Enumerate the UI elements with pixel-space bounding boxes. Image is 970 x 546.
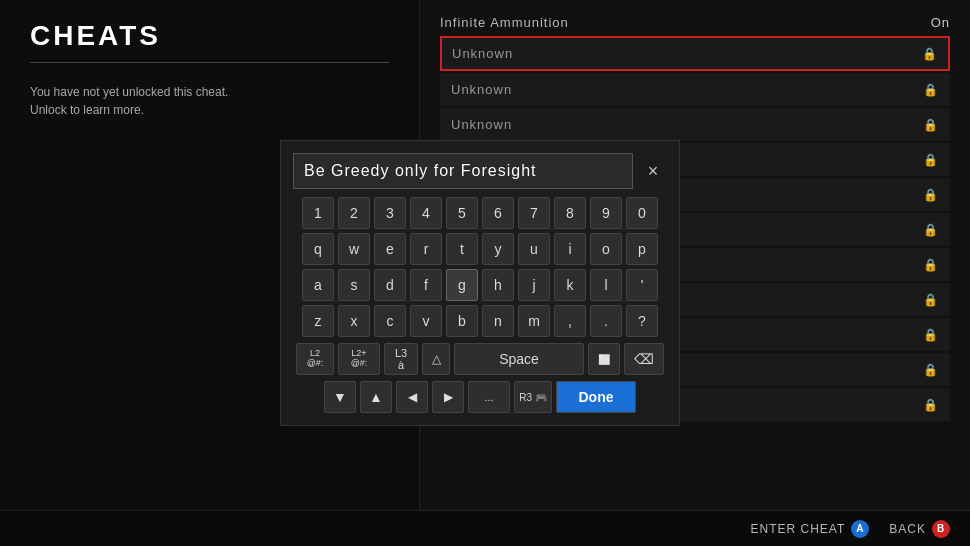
back-label: Back [889,522,926,536]
lock-icon-1: 🔒 [923,83,939,97]
key-r3[interactable]: R3 🎮 [514,381,552,413]
unlock-message: You have not yet unlocked this cheat. Un… [30,83,389,119]
key-d[interactable]: d [374,269,406,301]
lock-icon-6: 🔒 [923,258,939,272]
key-7[interactable]: 7 [518,197,550,229]
key-6[interactable]: 6 [482,197,514,229]
back-btn-icon: B [932,520,950,538]
key-z[interactable]: z [302,305,334,337]
key-i[interactable]: i [554,233,586,265]
cheat-status-badge: On [931,15,950,30]
backspace-key[interactable]: ⌫ [624,343,664,375]
key-f[interactable]: f [410,269,442,301]
lock-icon-4: 🔒 [923,188,939,202]
cheat-header: Infinite Ammunition On [440,15,950,30]
key-a[interactable]: a [302,269,334,301]
key-m[interactable]: m [518,305,550,337]
key-c[interactable]: c [374,305,406,337]
key-u[interactable]: u [518,233,550,265]
lock-icon-5: 🔒 [923,223,939,237]
cheat-item-0[interactable]: Unknown 🔒 [440,36,950,71]
lock-icon-8: 🔒 [923,328,939,342]
key-down-arrow[interactable]: ▼ [324,381,356,413]
space-key[interactable]: Space [454,343,584,375]
keyboard-row-z: z x c v b n m , . ? [293,305,667,337]
key-1[interactable]: 1 [302,197,334,229]
key-v[interactable]: v [410,305,442,337]
cheat-item-1[interactable]: Unknown 🔒 [440,73,950,106]
key-9[interactable]: 9 [590,197,622,229]
key-l3-accent[interactable]: L3à [384,343,418,375]
key-l2-sym[interactable]: L2@#: [296,343,334,375]
keyboard-row-a: a s d f g h j k l ' [293,269,667,301]
keyboard-row-nav: ▼ ▲ ◀ ▶ ... R3 🎮 Done [293,381,667,413]
lock-icon-3: 🔒 [923,153,939,167]
key-e[interactable]: e [374,233,406,265]
done-button[interactable]: Done [556,381,636,413]
keyboard-close-button[interactable]: × [639,157,667,185]
key-q[interactable]: q [302,233,334,265]
enter-cheat-btn-icon: A [851,520,869,538]
keyboard-overlay: × 1 2 3 4 5 6 7 8 9 0 q w e r t y u i o … [280,140,680,426]
enter-cheat-label: Enter Cheat [751,522,846,536]
key-p[interactable]: p [626,233,658,265]
bottom-bar: Enter Cheat A Back B [0,510,970,546]
key-0[interactable]: 0 [626,197,658,229]
keyboard-rows: 1 2 3 4 5 6 7 8 9 0 q w e r t y u i o p … [293,197,667,413]
key-b[interactable]: b [446,305,478,337]
key-s[interactable]: s [338,269,370,301]
key-apostrophe[interactable]: ' [626,269,658,301]
key-k[interactable]: k [554,269,586,301]
key-l1-back[interactable]: ◀ [396,381,428,413]
key-2[interactable]: 2 [338,197,370,229]
key-r[interactable]: r [410,233,442,265]
cheat-text-input[interactable] [293,153,633,189]
key-dots[interactable]: ... [468,381,510,413]
key-l[interactable]: l [590,269,622,301]
key-period[interactable]: . [590,305,622,337]
key-4[interactable]: 4 [410,197,442,229]
keyboard-row-controls: L2@#: L2+@#: L3à △ Space ⬜ ⌫ [293,343,667,375]
cheat-item-name-1: Unknown [451,82,512,97]
lock-icon-2: 🔒 [923,118,939,132]
keyboard-input-row: × [293,153,667,189]
key-8[interactable]: 8 [554,197,586,229]
key-triangle[interactable]: △ [422,343,450,375]
key-x[interactable]: x [338,305,370,337]
key-r1-fwd[interactable]: ▶ [432,381,464,413]
key-o[interactable]: o [590,233,622,265]
key-t[interactable]: t [446,233,478,265]
back-action: Back B [889,520,950,538]
key-question[interactable]: ? [626,305,658,337]
key-w[interactable]: w [338,233,370,265]
key-3[interactable]: 3 [374,197,406,229]
key-square-backspace[interactable]: ⬜ [588,343,620,375]
cheat-item-name-2: Unknown [451,117,512,132]
cheat-item-name-0: Unknown [452,46,513,61]
key-n[interactable]: n [482,305,514,337]
cheat-name-label: Infinite Ammunition [440,15,569,30]
cheat-item-2[interactable]: Unknown 🔒 [440,108,950,141]
keyboard-row-q: q w e r t y u i o p [293,233,667,265]
key-y[interactable]: y [482,233,514,265]
key-l2plus-sym[interactable]: L2+@#: [338,343,380,375]
key-up-arrow[interactable]: ▲ [360,381,392,413]
lock-icon-10: 🔒 [923,398,939,412]
lock-icon-0: 🔒 [922,47,938,61]
key-comma[interactable]: , [554,305,586,337]
lock-icon-9: 🔒 [923,363,939,377]
keyboard-row-numbers: 1 2 3 4 5 6 7 8 9 0 [293,197,667,229]
key-g[interactable]: g [446,269,478,301]
key-5[interactable]: 5 [446,197,478,229]
key-j[interactable]: j [518,269,550,301]
lock-icon-7: 🔒 [923,293,939,307]
key-h[interactable]: h [482,269,514,301]
enter-cheat-action: Enter Cheat A [751,520,870,538]
page-title: CHEATS [30,20,389,63]
